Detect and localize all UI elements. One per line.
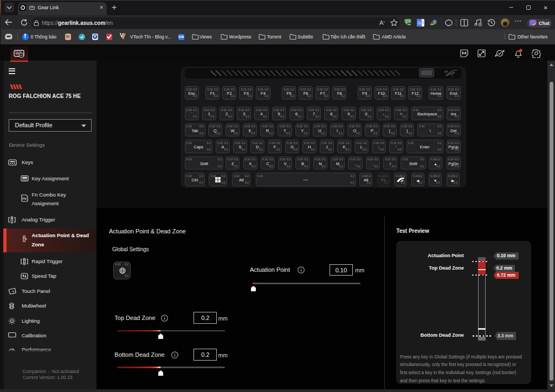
svg-text:FN: FN bbox=[23, 197, 27, 200]
svg-text:G: G bbox=[417, 21, 421, 25]
